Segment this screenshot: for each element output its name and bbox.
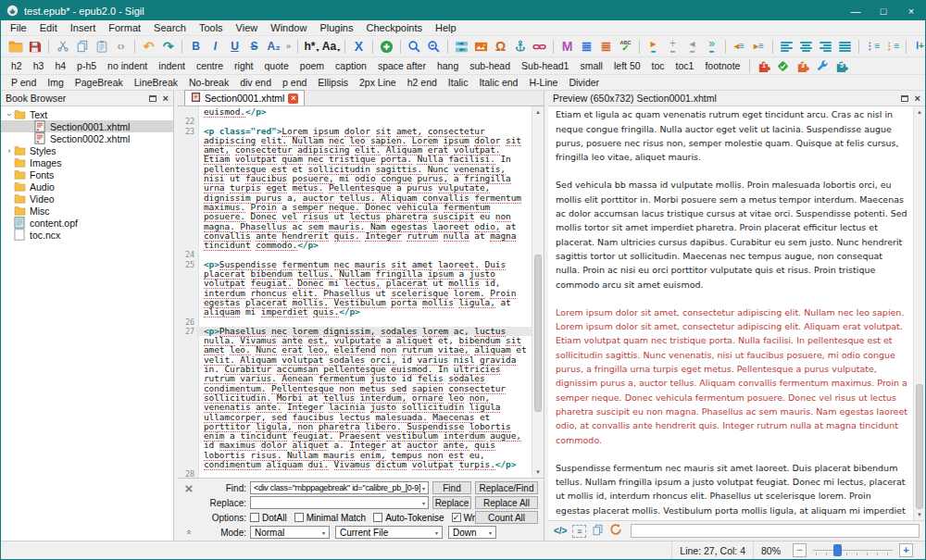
style-button-h4[interactable]: h4 xyxy=(49,59,71,72)
editor-scrollbar-handle[interactable] xyxy=(534,255,542,412)
unchecked-checkbox-icon[interactable] xyxy=(373,513,382,522)
insert-button-italic[interactable]: Italic xyxy=(443,76,474,89)
style-button-p-h5[interactable]: p-h5 xyxy=(71,59,102,72)
italic-icon[interactable]: I xyxy=(206,37,225,56)
insert-button-pagebreak[interactable]: PageBreak xyxy=(69,76,129,89)
code-line-27[interactable]: 27<p>Phasellus nec lorem dignissim, soda… xyxy=(178,327,532,469)
insert-button-h2-end[interactable]: h2 end xyxy=(402,76,443,89)
align-left-icon[interactable] xyxy=(777,37,796,56)
style-button-sub-head[interactable]: sub-head xyxy=(464,59,516,72)
insert-button-linebreak[interactable]: LineBreak xyxy=(129,76,183,89)
change-case-icon[interactable]: Aa▾ xyxy=(321,37,341,56)
style-button-caption[interactable]: caption xyxy=(330,59,372,72)
style-button-hang[interactable]: hang xyxy=(432,59,464,72)
close-button[interactable]: × xyxy=(897,1,925,20)
tree-item-video[interactable]: Video xyxy=(1,193,173,205)
close-panel-icon[interactable]: × xyxy=(915,93,920,104)
slider-handle[interactable] xyxy=(833,544,842,556)
bold-icon[interactable]: B xyxy=(186,37,206,56)
mode-select[interactable]: Normal▾ xyxy=(250,526,330,539)
menu-search[interactable]: Search xyxy=(147,21,193,34)
zoom-out-button[interactable]: − xyxy=(793,543,807,557)
preview-scrollbar[interactable]: ▲ ▼ xyxy=(913,106,925,520)
tree-item-section0002-xhtml[interactable]: Section0002.xhtml xyxy=(1,132,173,144)
plugin-puzzle-5-icon[interactable]: 5 xyxy=(832,56,851,75)
scroll-down-icon[interactable]: ▼ xyxy=(532,469,544,475)
direction-select[interactable]: Down▾ xyxy=(448,526,496,539)
code-line-23[interactable]: 23<p class="red">Lorem ipsum dolor sit a… xyxy=(178,127,532,251)
minimize-button[interactable]: — xyxy=(842,1,870,20)
menu-format[interactable]: Format xyxy=(102,21,147,34)
underline-icon[interactable]: U xyxy=(225,37,244,56)
undo-icon[interactable]: ↶ xyxy=(139,37,158,56)
refresh-icon[interactable] xyxy=(609,523,622,540)
style-button-indent[interactable]: indent xyxy=(153,59,191,72)
validate-check-icon[interactable] xyxy=(773,56,793,75)
add-existing-file-icon[interactable] xyxy=(377,37,396,56)
option-auto-tokenise[interactable]: Auto-Tokenise xyxy=(373,513,444,523)
tree-item-content-opf[interactable]: content.opf xyxy=(1,217,173,229)
scroll-up-icon[interactable]: ▲ xyxy=(914,109,925,115)
tree-item-images[interactable]: Images xyxy=(1,156,173,168)
maximize-button[interactable]: □ xyxy=(870,1,897,20)
menu-help[interactable]: Help xyxy=(429,21,463,34)
redo-icon[interactable]: ↷ xyxy=(158,37,178,56)
link-icon[interactable] xyxy=(530,37,549,56)
select-area-icon[interactable]: ≡ xyxy=(572,525,586,538)
unchecked-checkbox-icon[interactable] xyxy=(250,513,259,522)
tree-item-audio[interactable]: Audio xyxy=(1,180,173,193)
replace-all-button[interactable]: Replace All xyxy=(475,496,538,509)
insert-image-icon[interactable] xyxy=(471,37,491,56)
chevron-down-icon[interactable]: ▾ xyxy=(422,500,425,506)
align-justify-icon[interactable] xyxy=(835,37,855,56)
replace-input[interactable]: ▾ xyxy=(250,496,429,509)
menu-window[interactable]: Window xyxy=(264,21,313,34)
style-button-no-indent[interactable]: no indent xyxy=(102,59,153,72)
find-close-icon[interactable]: × xyxy=(180,481,198,495)
preview-location-field[interactable] xyxy=(631,524,920,538)
code-content[interactable]: euismod.</p>2223<p class="red">Lorem ips… xyxy=(178,106,532,478)
save-icon[interactable] xyxy=(25,37,44,56)
style-button-small[interactable]: small xyxy=(574,59,608,72)
zoom-in-button[interactable]: + xyxy=(899,543,913,557)
open-file-icon[interactable] xyxy=(6,37,25,56)
more-formats-icon[interactable]: » xyxy=(283,37,294,56)
style-button-left-50[interactable]: left 50 xyxy=(608,59,646,72)
style-button-sub-head1[interactable]: Sub-head1 xyxy=(516,59,574,72)
cut-icon[interactable] xyxy=(53,37,72,56)
move-marker-icon[interactable]: ◂▂ xyxy=(682,37,702,56)
insert-button-p-end[interactable]: p end xyxy=(277,76,312,89)
menu-checkpoints[interactable]: Checkpoints xyxy=(359,21,429,34)
subscript-icon[interactable]: A₂ xyxy=(264,37,283,56)
style-button-space-after[interactable]: space after xyxy=(372,59,432,72)
code-line-28[interactable]: 28 xyxy=(178,469,532,478)
checked-checkbox-icon[interactable]: ✓ xyxy=(452,513,461,522)
insert-marker-icon[interactable]: ▸▂ xyxy=(644,37,663,56)
style-button-h2[interactable]: h2 xyxy=(6,59,28,72)
preview-scrollbar-handle[interactable] xyxy=(916,384,923,509)
scroll-up-icon[interactable]: ▲ xyxy=(532,109,544,115)
find-next-icon[interactable] xyxy=(424,37,444,56)
style-button-centre[interactable]: centre xyxy=(191,59,229,72)
saved-searches-icon[interactable]: M xyxy=(557,37,577,56)
insert-button-divider[interactable]: Divider xyxy=(563,76,605,89)
expand-arrow-icon[interactable]: › xyxy=(5,146,14,156)
tab-section0001[interactable]: Section0001.xhtml × xyxy=(184,90,305,106)
marker-skip-icon[interactable]: »▂ xyxy=(702,37,721,56)
style-button-poem[interactable]: poem xyxy=(294,59,330,72)
copy-selection-icon[interactable] xyxy=(592,523,604,540)
menu-plugins[interactable]: Plugins xyxy=(313,21,359,34)
split-at-cursor-icon[interactable] xyxy=(452,37,471,56)
spellcheck-icon[interactable]: ABC✓ xyxy=(616,37,635,56)
close-tag-icon[interactable]: ‹› xyxy=(111,37,131,56)
tree-item-toc-ncx[interactable]: toc.ncx xyxy=(1,229,173,241)
find-replace-icon[interactable] xyxy=(405,37,424,56)
add-marker-icon[interactable]: +▂ xyxy=(663,37,682,56)
bullet-list-icon[interactable]: ⋮≡ xyxy=(863,37,882,56)
insert-button-ellipsis[interactable]: Ellipsis xyxy=(312,76,354,89)
scope-select[interactable]: Current File▾ xyxy=(335,526,443,539)
replace-button[interactable]: Replace xyxy=(432,496,471,509)
chevron-down-icon[interactable]: ▾ xyxy=(422,485,425,492)
style-button-h3[interactable]: h3 xyxy=(28,59,50,72)
insert-button-p-end[interactable]: P end xyxy=(6,76,42,89)
